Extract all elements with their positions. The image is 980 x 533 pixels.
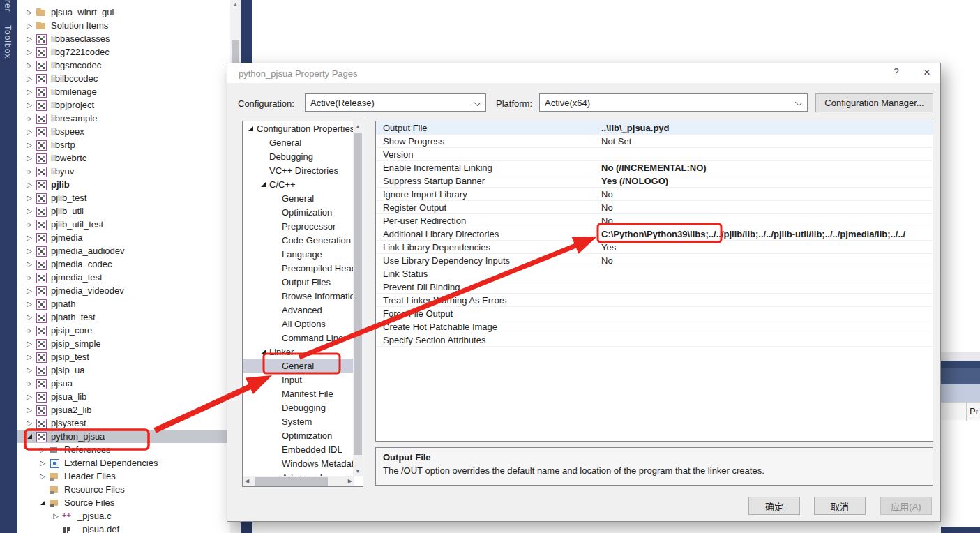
cancel-button[interactable]: 取消 bbox=[814, 497, 866, 515]
expander-icon[interactable] bbox=[38, 472, 47, 481]
tree-item[interactable]: pjsua bbox=[17, 377, 230, 390]
expander-icon[interactable] bbox=[258, 347, 268, 356]
tree-item[interactable]: pjlib bbox=[17, 178, 230, 191]
expander-icon[interactable] bbox=[51, 511, 61, 521]
property-row[interactable]: Force File Output bbox=[376, 307, 933, 320]
configuration-manager-button[interactable]: Configuration Manager... bbox=[815, 93, 933, 112]
property-row[interactable]: Create Hot Patchable Image bbox=[376, 320, 933, 333]
expander-icon[interactable] bbox=[24, 61, 34, 70]
scroll-up-icon[interactable]: ▲ bbox=[353, 123, 363, 130]
expander-icon[interactable] bbox=[24, 87, 34, 97]
apply-button[interactable]: 应用(A) bbox=[880, 497, 932, 515]
tree-item[interactable]: pjmedia_test bbox=[17, 271, 230, 284]
dialog-title-bar[interactable]: python_pjsua Property Pages ? × bbox=[227, 63, 940, 83]
sidebar-tab-toolbox[interactable]: Toolbox bbox=[3, 25, 13, 59]
category-tree-item[interactable]: Input bbox=[243, 373, 354, 386]
property-value[interactable]: Yes (/NOLOGO) bbox=[601, 176, 933, 186]
property-row[interactable]: Output File ..\lib\_pjsua.pyd bbox=[376, 121, 933, 135]
property-row[interactable]: Ignore Import Library No bbox=[376, 188, 933, 201]
category-tree-item[interactable]: Windows Metadata bbox=[243, 456, 354, 470]
property-row[interactable]: Per-user Redirection No bbox=[376, 214, 933, 227]
tree-item[interactable]: Resource Files bbox=[17, 483, 230, 496]
property-value[interactable]: C:\Python\Python39\libs;../../pjlib/lib;… bbox=[601, 229, 933, 239]
category-tree-item[interactable]: Optimization bbox=[243, 205, 354, 219]
scroll-right-icon[interactable]: ▶ bbox=[348, 478, 352, 484]
expander-icon[interactable] bbox=[24, 153, 34, 163]
category-tree-item[interactable]: Debugging bbox=[243, 149, 354, 163]
tree-item[interactable]: pjsip_core bbox=[17, 324, 230, 337]
tree-horizontal-scrollbar[interactable]: ◀ ▶ bbox=[243, 476, 354, 486]
ok-button[interactable]: 确定 bbox=[748, 497, 800, 515]
expander-icon[interactable] bbox=[24, 326, 34, 336]
expander-icon[interactable] bbox=[24, 379, 34, 389]
expander-icon[interactable] bbox=[24, 180, 34, 190]
expander-icon[interactable] bbox=[24, 21, 34, 31]
tree-item[interactable]: pjsua_winrt_gui bbox=[17, 6, 230, 19]
tree-item[interactable]: _pjsua.c bbox=[17, 509, 230, 523]
expander-icon[interactable] bbox=[24, 286, 34, 296]
tree-item[interactable]: libresample bbox=[17, 112, 230, 125]
platform-dropdown[interactable]: Active(x64) bbox=[539, 93, 808, 112]
category-tree-item[interactable]: Optimization bbox=[243, 428, 354, 442]
expander-icon[interactable] bbox=[24, 366, 34, 375]
property-row[interactable]: Version bbox=[376, 148, 933, 161]
tree-item[interactable]: pjmedia_audiodev bbox=[17, 244, 230, 257]
expander-icon[interactable] bbox=[24, 233, 34, 243]
expander-icon[interactable] bbox=[258, 179, 268, 189]
tree-item[interactable]: pjsystest bbox=[17, 416, 230, 430]
category-tree-item[interactable]: Linker bbox=[243, 345, 354, 359]
tree-item[interactable]: pjlib_util bbox=[17, 204, 230, 218]
property-row[interactable]: Treat Linker Warning As Errors bbox=[376, 294, 933, 307]
tree-item[interactable]: pjsip_simple bbox=[17, 337, 230, 350]
expander-icon[interactable] bbox=[24, 339, 34, 349]
expander-icon[interactable] bbox=[24, 167, 34, 177]
tree-item[interactable]: libg7221codec bbox=[17, 45, 230, 59]
property-value[interactable]: No bbox=[601, 255, 933, 266]
expander-icon[interactable] bbox=[24, 127, 34, 137]
property-value[interactable]: No (/INCREMENTAL:NO) bbox=[601, 163, 933, 173]
expander-icon[interactable] bbox=[24, 246, 34, 256]
expander-icon[interactable] bbox=[24, 432, 34, 442]
scroll-up-icon[interactable]: ▲ bbox=[230, 1, 241, 8]
scroll-left-icon[interactable]: ◀ bbox=[245, 478, 249, 484]
property-row[interactable]: Use Library Dependency Inputs No bbox=[376, 254, 933, 267]
tree-item[interactable]: libspeex bbox=[17, 125, 230, 138]
category-tree-item[interactable]: Manifest File bbox=[243, 386, 354, 400]
expander-icon[interactable] bbox=[38, 445, 47, 455]
tree-item[interactable]: _pjsua.def bbox=[17, 523, 230, 533]
tree-item[interactable]: pjnath_test bbox=[17, 310, 230, 324]
category-tree-item[interactable]: VC++ Directories bbox=[243, 163, 354, 177]
expander-icon[interactable] bbox=[38, 458, 47, 468]
expander-icon[interactable] bbox=[24, 260, 34, 269]
property-value[interactable]: Yes bbox=[601, 242, 933, 253]
tree-item[interactable]: External Dependencies bbox=[17, 456, 230, 470]
property-value[interactable]: No bbox=[601, 189, 933, 200]
tree-item[interactable]: pjsip_test bbox=[17, 350, 230, 363]
expander-icon[interactable] bbox=[24, 34, 34, 44]
category-tree-item[interactable]: Preprocessor bbox=[243, 219, 354, 233]
tree-item[interactable]: libpjproject bbox=[17, 98, 230, 112]
property-row[interactable]: Additional Library Directories C:\Python… bbox=[376, 227, 933, 241]
expander-icon[interactable] bbox=[24, 8, 34, 17]
expander-icon[interactable] bbox=[246, 123, 255, 133]
property-value[interactable]: No bbox=[601, 216, 933, 226]
category-tree-item[interactable]: Language bbox=[243, 247, 354, 261]
tree-item[interactable]: libsrtp bbox=[17, 138, 230, 151]
property-row[interactable]: Link Status bbox=[376, 267, 933, 280]
expander-icon[interactable] bbox=[24, 419, 34, 428]
tree-item[interactable]: Header Files bbox=[17, 470, 230, 483]
scrollbar-thumb[interactable] bbox=[255, 477, 328, 486]
expander-icon[interactable] bbox=[24, 140, 34, 150]
expander-icon[interactable] bbox=[24, 207, 34, 216]
tree-item[interactable]: Source Files bbox=[17, 496, 230, 509]
expander-icon[interactable] bbox=[24, 273, 34, 283]
category-tree-item[interactable]: General bbox=[243, 191, 354, 205]
tree-item[interactable]: pjnath bbox=[17, 297, 230, 310]
expander-icon[interactable] bbox=[24, 220, 34, 230]
property-row[interactable]: Specify Section Attributes bbox=[376, 333, 933, 347]
tree-item[interactable]: pjlib_test bbox=[17, 191, 230, 204]
expander-icon[interactable] bbox=[24, 193, 34, 203]
property-row[interactable]: Enable Incremental Linking No (/INCREMEN… bbox=[376, 161, 933, 174]
tree-item[interactable]: References bbox=[17, 443, 230, 456]
tree-vertical-scrollbar[interactable]: ▲ ▼ bbox=[353, 121, 363, 476]
